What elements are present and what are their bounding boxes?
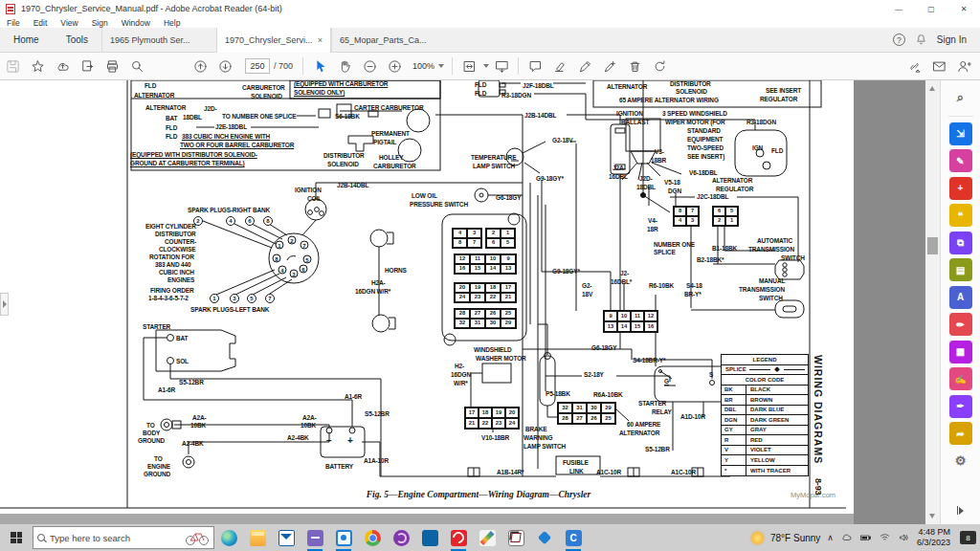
- connector-pin: 14: [485, 264, 501, 274]
- taskbar-app-chrome[interactable]: [358, 524, 387, 551]
- menu-view[interactable]: View: [54, 18, 84, 28]
- tool-export-pdf[interactable]: ⇲: [949, 122, 972, 145]
- menu-file[interactable]: File: [0, 18, 27, 28]
- page-number-input[interactable]: 250: [245, 58, 270, 74]
- diagram-label: 383 AND 440: [155, 262, 191, 269]
- help-icon[interactable]: ?: [893, 33, 905, 46]
- scroll-down-icon[interactable]: [929, 514, 935, 520]
- favorites-star-icon[interactable]: [25, 55, 50, 77]
- taskbar-search[interactable]: Type here to search: [33, 526, 214, 549]
- tool-fill-and-sign[interactable]: ✒: [949, 395, 972, 418]
- delete-icon[interactable]: [622, 55, 647, 77]
- tool-prepare-form[interactable]: ▦: [949, 341, 972, 364]
- doc-tab-2[interactable]: 65_Mopar_Parts_Ca...: [331, 28, 446, 52]
- menu-window[interactable]: Window: [115, 18, 157, 28]
- highlight-icon[interactable]: [547, 55, 572, 77]
- doc-tab-1[interactable]: 1970_Chrysler_Servi...×: [216, 28, 331, 53]
- close-button[interactable]: ✕: [947, 0, 980, 17]
- volume-icon[interactable]: [898, 532, 910, 543]
- share-link-icon[interactable]: [902, 55, 926, 77]
- capp-icon: C: [566, 530, 582, 546]
- tab-tools[interactable]: Tools: [53, 28, 101, 52]
- tool-send-for-review[interactable]: ➦: [949, 422, 972, 445]
- taskbar-app-cube[interactable]: [501, 524, 530, 551]
- tab-close-icon[interactable]: ×: [318, 35, 323, 45]
- sign-pen-icon[interactable]: [572, 55, 597, 77]
- tool-redact[interactable]: ✏: [949, 313, 972, 336]
- taskbar-app-mail[interactable]: [272, 524, 301, 551]
- fit-width-icon[interactable]: [457, 55, 481, 77]
- tray-chevron-icon[interactable]: ∧: [827, 533, 834, 542]
- taskbar-app-calc[interactable]: [415, 524, 444, 551]
- hand-tool-icon[interactable]: [332, 55, 357, 77]
- weather-sun-icon[interactable]: [751, 532, 764, 544]
- taskbar-app-capp[interactable]: C: [559, 524, 588, 551]
- page-bottom-gap: [0, 514, 854, 524]
- vertical-scrollbar[interactable]: [925, 80, 940, 524]
- previous-page-icon[interactable]: [188, 55, 212, 77]
- menu-edit[interactable]: Edit: [27, 18, 55, 28]
- taskbar-app-acrobat[interactable]: [444, 524, 473, 551]
- zoom-in-icon[interactable]: [382, 55, 407, 77]
- taskbar-app-diamond[interactable]: [530, 524, 559, 551]
- share-person-icon[interactable]: [951, 55, 976, 77]
- next-page-icon[interactable]: [212, 55, 237, 77]
- email-icon[interactable]: [926, 55, 951, 77]
- nav-pane-arrow-icon[interactable]: [0, 293, 9, 316]
- taskbar-app-explorer[interactable]: [243, 524, 272, 551]
- diagram-label: A1B-14R*: [497, 470, 523, 476]
- tool-combine-files[interactable]: ⧉: [949, 231, 972, 254]
- clock[interactable]: 4:48 PM 6/3/2023: [917, 527, 950, 549]
- zoom-caret-icon[interactable]: [438, 64, 444, 68]
- scroll-up-icon[interactable]: [929, 84, 935, 91]
- tool-edit-pdf[interactable]: ✎: [949, 149, 972, 172]
- share-cloud-icon[interactable]: [50, 55, 75, 77]
- weather-text[interactable]: 78°F Sunny: [770, 533, 820, 543]
- save-icon[interactable]: [0, 55, 25, 77]
- tool-compress-pdf[interactable]: A: [949, 286, 972, 309]
- refresh-icon[interactable]: [647, 55, 672, 77]
- onedrive-cloud-icon[interactable]: [840, 532, 853, 543]
- select-tool-icon[interactable]: [307, 55, 332, 77]
- diagram-label: 10BK: [301, 423, 316, 430]
- maximize-button[interactable]: ▢: [915, 0, 947, 17]
- zoom-level[interactable]: 100%: [412, 61, 434, 71]
- menu-help[interactable]: Help: [157, 18, 187, 28]
- start-button[interactable]: [0, 524, 33, 551]
- notification-badge[interactable]: 8: [960, 531, 976, 544]
- tool-request-signatures[interactable]: ✍: [949, 367, 972, 390]
- taskbar-app-paint[interactable]: [473, 524, 501, 551]
- diagram-label: FIRING ORDER: [150, 288, 194, 295]
- doc-tab-0[interactable]: 1965 Plymouth Ser...: [101, 28, 216, 52]
- scrollbar-thumb[interactable]: [927, 237, 938, 254]
- tool-more-tools[interactable]: ⚙: [949, 450, 972, 473]
- tool-create-pdf[interactable]: +: [949, 177, 972, 200]
- connector-block: 121110916151413: [454, 253, 517, 275]
- diagram-label: SWITCH: [781, 255, 805, 262]
- battery-icon[interactable]: [859, 532, 872, 543]
- minimize-button[interactable]: —: [882, 0, 915, 17]
- fill-sign-icon[interactable]: [597, 55, 622, 77]
- taskbar-app-swirl[interactable]: [387, 524, 415, 551]
- search-icon[interactable]: [124, 55, 149, 77]
- menu-sign[interactable]: Sign: [85, 18, 115, 28]
- pdf-page[interactable]: FLDALTERNATORCARBURETORSOLENOID(EQUIPPED…: [0, 80, 854, 514]
- sign-in-button[interactable]: Sign In: [937, 34, 967, 45]
- tab-home[interactable]: Home: [0, 28, 53, 52]
- reading-mode-icon[interactable]: [489, 55, 514, 77]
- print-icon[interactable]: [100, 55, 124, 77]
- taskbar-app-photos[interactable]: [329, 524, 358, 551]
- connector-block: 1718192021222324: [464, 407, 520, 430]
- wifi-icon[interactable]: [879, 532, 891, 543]
- collapse-panel-icon[interactable]: [957, 506, 965, 515]
- taskbar-app-purpledash[interactable]: [301, 524, 329, 551]
- export-page-icon[interactable]: [75, 55, 100, 77]
- tool-organize-pages[interactable]: ▤: [949, 258, 972, 281]
- tool-search-tools[interactable]: ⌕: [949, 86, 972, 109]
- bell-icon[interactable]: [915, 33, 927, 46]
- diagram-label: SOLENOID: [251, 94, 282, 100]
- taskbar-app-edge[interactable]: [214, 524, 243, 551]
- tool-comment[interactable]: ❝: [949, 204, 972, 227]
- comment-icon[interactable]: [523, 55, 547, 77]
- zoom-out-icon[interactable]: [357, 55, 382, 77]
